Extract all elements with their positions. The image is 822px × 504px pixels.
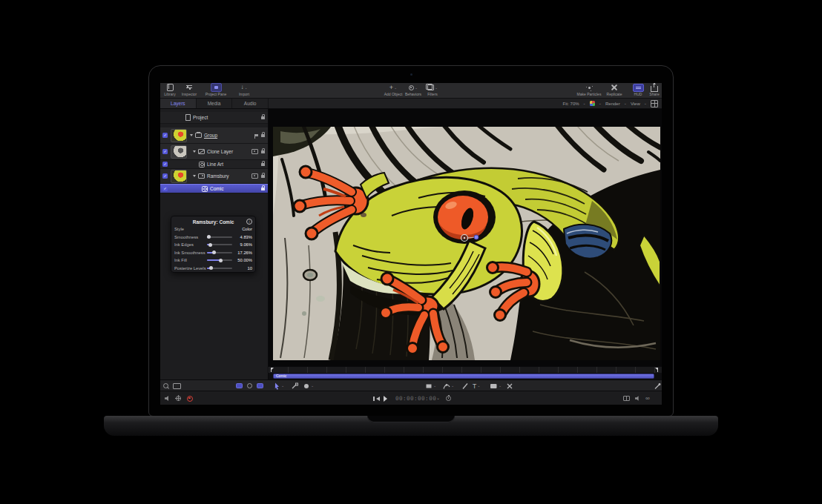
- adjust-item-tool[interactable]: [291, 382, 298, 390]
- inspector-icon: [186, 84, 192, 91]
- layer-row-clone-layer[interactable]: ✓ Clone Layer: [160, 144, 268, 160]
- disclosure-triangle-icon[interactable]: [193, 150, 196, 153]
- text-tool[interactable]: T⌄: [473, 382, 480, 390]
- hud-panel[interactable]: Ramsbury: Comic i Style Color Smoothness…: [171, 216, 256, 273]
- view-chevron-icon[interactable]: ⌄: [644, 102, 647, 105]
- display-badge-icon[interactable]: [251, 149, 258, 154]
- zoom-stepper-icon[interactable]: ⌄: [583, 102, 586, 105]
- play-button[interactable]: [384, 394, 387, 402]
- line-tool-icon: [461, 382, 469, 390]
- layer-checkbox[interactable]: ✓: [162, 149, 168, 154]
- fcurves-pane-toggle[interactable]: [247, 382, 252, 390]
- bezier-tool-icon: [443, 382, 450, 390]
- filters-button[interactable]: ⌄ Filters: [423, 84, 442, 98]
- layer-checkbox[interactable]: ✓: [162, 133, 168, 138]
- replicate-button[interactable]: Replicate: [603, 84, 625, 98]
- timeline-pane-toggle[interactable]: [257, 382, 263, 390]
- layer-checkbox[interactable]: ✓: [162, 162, 168, 167]
- layer-checkbox[interactable]: ✓: [162, 173, 168, 179]
- lock-icon[interactable]: [261, 163, 265, 166]
- view-popup[interactable]: View: [631, 102, 640, 106]
- preview-toggle-button[interactable]: [173, 382, 181, 390]
- mini-timeline[interactable]: Comic: [269, 373, 662, 379]
- disclosure-triangle-icon[interactable]: [193, 175, 196, 177]
- lock-icon[interactable]: [261, 150, 265, 153]
- smoothness-slider[interactable]: [207, 236, 232, 238]
- lock-icon[interactable]: [261, 175, 265, 178]
- bezier-tool[interactable]: ⌄: [443, 382, 454, 390]
- disclosure-triangle-icon[interactable]: [190, 134, 193, 136]
- info-icon[interactable]: i: [246, 219, 252, 225]
- flush-render-button[interactable]: [623, 394, 630, 402]
- ink-edges-slider[interactable]: [207, 244, 232, 245]
- display-badge-icon[interactable]: [251, 173, 258, 179]
- timeline-ruler[interactable]: [269, 366, 662, 373]
- lock-icon[interactable]: [261, 188, 265, 190]
- timecode-popup[interactable]: ⌄: [436, 394, 440, 402]
- duration-toggle[interactable]: [446, 394, 451, 402]
- tab-audio[interactable]: Audio: [232, 99, 269, 108]
- style-popup[interactable]: Color: [242, 227, 252, 231]
- ink-smoothness-slider[interactable]: [207, 252, 232, 253]
- line-tool[interactable]: [461, 382, 469, 390]
- keyframe-pen-button[interactable]: [654, 382, 661, 390]
- in-point-marker[interactable]: [271, 368, 272, 372]
- channels-chevron-icon[interactable]: ⌄: [599, 102, 602, 105]
- filter-icon: [202, 186, 208, 192]
- hud-button[interactable]: HUD: [629, 84, 647, 98]
- adjust-glyph-tool[interactable]: ⌄: [303, 382, 314, 390]
- ink-fill-slider[interactable]: [207, 259, 232, 261]
- posterize-levels-slider[interactable]: [207, 268, 232, 269]
- pane-tabs: Layers Media Audio: [160, 99, 269, 109]
- layer-row-line-art[interactable]: ✓ Line Art: [160, 160, 268, 169]
- select-transform-tool[interactable]: ⌄: [273, 382, 284, 390]
- group-icon: [195, 133, 202, 138]
- layout-grid-icon[interactable]: [651, 100, 658, 107]
- render-chevron-icon[interactable]: ⌄: [624, 102, 627, 105]
- stopwatch-icon: [446, 396, 451, 401]
- timecode-display[interactable]: 00:00:00:00: [395, 394, 436, 402]
- layers-panel: Project ✓ Group ✓ Clone Layer: [160, 109, 269, 379]
- lock-icon[interactable]: [261, 134, 265, 137]
- color-channels-icon[interactable]: [590, 101, 595, 106]
- go-to-start-button[interactable]: [373, 394, 380, 402]
- record-animation-button[interactable]: [187, 394, 193, 402]
- project-icon: [185, 114, 191, 121]
- import-button[interactable]: ↓⌄ Import: [233, 84, 255, 98]
- rectangle-tool[interactable]: ⌄: [425, 382, 436, 390]
- loop-playback-button[interactable]: ∞: [645, 394, 650, 402]
- audio-button[interactable]: [635, 394, 641, 402]
- axis-tool[interactable]: [506, 382, 513, 390]
- tab-media[interactable]: Media: [197, 99, 233, 108]
- search-button[interactable]: [163, 382, 168, 390]
- hud-row-posterize-levels: Posterize Levels 10: [174, 265, 252, 273]
- filter-icon: [199, 162, 205, 168]
- timeline-clip-comic[interactable]: Comic: [273, 374, 654, 379]
- layer-row-ramsbury[interactable]: ✓ Ramsbury: [160, 169, 268, 184]
- canvas[interactable]: [269, 109, 662, 366]
- go-to-start-icon: [376, 397, 380, 401]
- paint-stroke-tool[interactable]: ⌄: [490, 382, 502, 390]
- behaviors-button[interactable]: ⌄ Behaviors: [402, 84, 424, 98]
- layer-row-comic[interactable]: ✓ Comic: [160, 184, 268, 193]
- tab-layers[interactable]: Layers: [160, 99, 197, 108]
- stage: Library Inspector Project Pane ↓⌄ Import…: [0, 0, 822, 504]
- layer-checkbox[interactable]: ✓: [162, 186, 168, 191]
- lock-icon[interactable]: [261, 116, 265, 119]
- layer-row-project[interactable]: Project: [160, 112, 268, 124]
- flag-icon[interactable]: [255, 134, 258, 137]
- library-button[interactable]: Library: [162, 84, 178, 98]
- current-frame-button[interactable]: [176, 394, 181, 402]
- render-popup[interactable]: Render: [605, 102, 620, 106]
- layer-row-group[interactable]: ✓ Group: [160, 127, 268, 144]
- zoom-level-popup[interactable]: Fit: 70%: [563, 102, 579, 106]
- laptop-base: [104, 416, 718, 436]
- audio-mute-button[interactable]: [165, 394, 171, 402]
- make-particles-button[interactable]: Make Particles: [574, 84, 604, 98]
- share-button[interactable]: Share: [647, 84, 662, 98]
- inspector-button[interactable]: Inspector: [178, 84, 200, 98]
- layers-pane-toggle[interactable]: [236, 382, 243, 390]
- preview-box-icon: [173, 383, 181, 389]
- out-point-marker[interactable]: [657, 368, 658, 372]
- project-pane-button[interactable]: Project Pane: [200, 84, 231, 98]
